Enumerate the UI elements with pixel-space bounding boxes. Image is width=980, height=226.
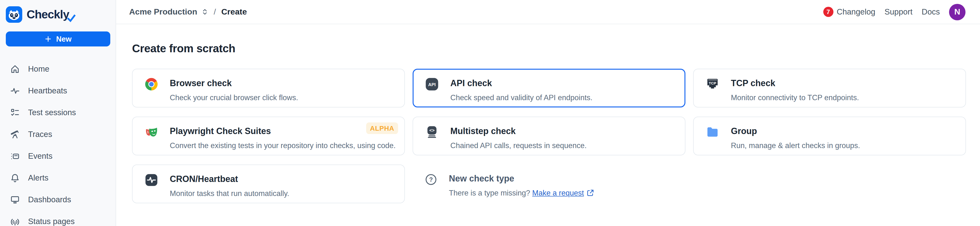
svg-text:TCP: TCP	[709, 81, 716, 85]
sidebar-item-label: Status pages	[28, 217, 75, 226]
new-check-type-description: There is a type missing? Make a request	[449, 188, 595, 198]
api-icon: API	[425, 78, 439, 91]
checkly-logo[interactable]: Checkly	[0, 0, 116, 24]
sidebar-nav: Home Heartbeats Test sessions Traces Eve…	[0, 58, 116, 226]
checkly-checkmark-icon	[67, 14, 76, 22]
card-title: API check	[450, 78, 593, 89]
check-type-grid: Browser check Check your crucial browser…	[132, 69, 966, 203]
checkly-wordmark: Checkly	[27, 9, 69, 20]
sidebar-item-label: Home	[28, 64, 49, 73]
sidebar-item-label: Events	[28, 151, 52, 161]
card-api-check[interactable]: API API check Check speed and validity o…	[413, 69, 686, 107]
card-title: Browser check	[170, 78, 298, 89]
topbar: Acme Production / Create 7 Changelog Sup…	[116, 0, 980, 24]
card-title: Multistep check	[450, 125, 587, 137]
playwright-masks-icon	[145, 125, 158, 139]
breadcrumb: Acme Production / Create	[129, 7, 247, 17]
page-title: Create from scratch	[132, 42, 966, 55]
sidebar-item-traces[interactable]: Traces	[0, 123, 116, 145]
sidebar-item-alerts[interactable]: Alerts	[0, 167, 116, 189]
changelog-count-badge: 7	[823, 7, 834, 17]
support-link[interactable]: Support	[885, 7, 913, 16]
plus-icon	[45, 35, 52, 43]
sidebar-item-label: Test sessions	[28, 108, 76, 117]
card-title: TCP check	[731, 78, 859, 89]
changelog-label: Changelog	[837, 7, 875, 16]
multistep-code-icon: <>	[425, 125, 439, 139]
sidebar-item-label: Traces	[28, 130, 52, 139]
sidebar-item-label: Heartbeats	[28, 86, 67, 95]
bell-icon	[10, 173, 20, 183]
svg-text:?: ?	[429, 176, 433, 183]
card-cron-heartbeat[interactable]: CRON/Heartbeat Monitor tasks that run au…	[132, 164, 405, 203]
card-description: Check speed and validity of API endpoint…	[450, 92, 593, 103]
docs-link[interactable]: Docs	[922, 7, 940, 16]
card-playwright-check-suites[interactable]: Playwright Check Suites Convert the exis…	[132, 117, 405, 155]
question-circle-icon: ?	[425, 173, 437, 186]
events-list-icon	[10, 151, 20, 161]
home-icon	[10, 64, 20, 74]
telescope-icon	[10, 129, 20, 139]
sidebar-item-heartbeats[interactable]: Heartbeats	[0, 80, 116, 102]
alpha-badge: ALPHA	[366, 123, 398, 134]
breadcrumb-page: Create	[221, 7, 247, 17]
sidebar-item-events[interactable]: Events	[0, 145, 116, 167]
card-title: Group	[731, 125, 860, 137]
card-browser-check[interactable]: Browser check Check your crucial browser…	[132, 69, 405, 107]
new-button[interactable]: New	[6, 32, 110, 46]
heartbeat-icon	[10, 86, 20, 95]
workspace-name: Acme Production	[129, 7, 197, 17]
monitor-icon	[10, 195, 20, 204]
sidebar-item-status-pages[interactable]: Status pages	[0, 210, 116, 226]
missing-type-question: There is a type missing?	[449, 189, 532, 197]
card-title: CRON/Heartbeat	[170, 173, 289, 185]
group-folder-icon	[706, 125, 719, 139]
card-description: Monitor tasks that run automatically.	[170, 188, 289, 199]
card-tcp-check[interactable]: TCP TCP check Monitor connectivity to TC…	[693, 69, 966, 107]
svg-text:API: API	[428, 82, 436, 87]
new-check-type-title: New check type	[449, 173, 595, 185]
tcp-icon: TCP	[706, 78, 719, 91]
card-description: Convert the existing tests in your repos…	[170, 140, 396, 151]
card-description: Chained API calls, requests in sequence.	[450, 140, 587, 151]
changelog-link[interactable]: 7 Changelog	[823, 7, 875, 17]
broadcast-icon	[10, 216, 20, 226]
sidebar: Checkly New Home Heartbeats Test session…	[0, 0, 116, 226]
sidebar-item-label: Dashboards	[28, 195, 71, 204]
topbar-right: 7 Changelog Support Docs N	[823, 4, 966, 20]
svg-text:<>: <>	[429, 128, 434, 133]
card-description: Run, manage & alert checks in groups.	[731, 140, 860, 151]
sidebar-item-dashboards[interactable]: Dashboards	[0, 189, 116, 210]
checkly-raccoon-icon	[6, 6, 22, 23]
breadcrumb-separator: /	[214, 7, 216, 17]
sidebar-item-test-sessions[interactable]: Test sessions	[0, 102, 116, 123]
card-description: Check your crucial browser click flows.	[170, 92, 298, 103]
content: Create from scratch Browser check Chec	[116, 24, 980, 203]
checklist-icon	[10, 108, 20, 117]
external-link-icon	[586, 189, 595, 197]
new-check-type-block: ? New check type There is a type missing…	[413, 164, 686, 203]
make-a-request-link[interactable]: Make a request	[532, 189, 584, 197]
card-group[interactable]: Group Run, manage & alert checks in grou…	[693, 117, 966, 155]
workspace-selector[interactable]: Acme Production	[129, 7, 208, 17]
app-root: Checkly New Home Heartbeats Test session…	[0, 0, 980, 226]
chevron-up-down-icon	[201, 8, 208, 16]
cron-heartbeat-icon	[145, 173, 158, 187]
avatar[interactable]: N	[949, 4, 966, 20]
card-title: Playwright Check Suites	[170, 125, 396, 137]
sidebar-item-home[interactable]: Home	[0, 58, 116, 80]
chrome-icon	[145, 78, 158, 91]
new-button-label: New	[56, 35, 72, 43]
sidebar-item-label: Alerts	[28, 173, 48, 183]
card-multistep-check[interactable]: <> Multistep check Chained API calls, re…	[413, 117, 686, 155]
main-area: Acme Production / Create 7 Changelog Sup…	[116, 0, 980, 226]
card-description: Monitor connectivity to TCP endpoints.	[731, 92, 859, 103]
